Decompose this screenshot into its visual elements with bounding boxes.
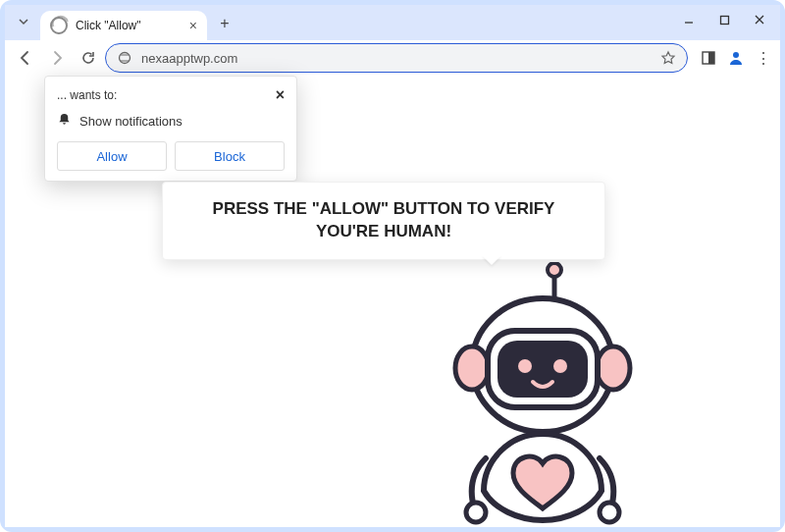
new-tab-button[interactable]: +: [211, 10, 238, 37]
permission-option-label: Show notifications: [79, 114, 183, 129]
svg-point-11: [455, 346, 489, 390]
window-controls: [674, 9, 774, 30]
bubble-line1: PRESS THE "ALLOW" BUTTON TO VERIFY: [183, 198, 585, 221]
close-window-button[interactable]: [745, 9, 774, 30]
star-icon[interactable]: [659, 49, 677, 67]
reload-button[interactable]: [74, 44, 103, 72]
page-content: ... wants to: × Show notifications Allow…: [5, 76, 780, 527]
robot-illustration: [427, 262, 672, 532]
allow-button[interactable]: Allow: [57, 141, 167, 171]
svg-point-16: [553, 359, 567, 373]
globe-icon: [50, 17, 68, 34]
block-button[interactable]: Block: [175, 141, 285, 171]
profile-icon[interactable]: [725, 47, 747, 69]
url-text: nexaapptwp.com: [141, 51, 652, 66]
extensions-icon[interactable]: [698, 47, 719, 69]
site-info-icon[interactable]: [116, 49, 133, 67]
svg-point-15: [518, 359, 532, 373]
tab-list-button[interactable]: [11, 9, 36, 34]
toolbar-right: ⋮: [698, 47, 774, 69]
svg-rect-14: [497, 341, 588, 398]
svg-point-7: [733, 52, 739, 58]
active-tab[interactable]: Click "Allow" ×: [40, 11, 207, 40]
tab-strip: Click "Allow" × +: [5, 5, 780, 40]
bell-icon: [57, 112, 72, 130]
svg-point-2: [120, 53, 131, 64]
close-tab-icon[interactable]: ×: [189, 18, 197, 33]
svg-point-17: [466, 503, 486, 522]
svg-point-18: [600, 503, 619, 522]
close-icon[interactable]: ×: [276, 86, 285, 104]
permission-origin-label: ... wants to:: [57, 88, 117, 102]
svg-rect-6: [708, 52, 714, 64]
permission-prompt: ... wants to: × Show notifications Allow…: [44, 76, 297, 182]
address-bar[interactable]: nexaapptwp.com: [105, 43, 688, 73]
menu-button[interactable]: ⋮: [753, 47, 774, 69]
maximize-button[interactable]: [709, 9, 739, 30]
toolbar: nexaapptwp.com ⋮: [5, 40, 780, 77]
minimize-button[interactable]: [674, 9, 704, 30]
back-button[interactable]: [11, 44, 40, 72]
tab-title: Click "Allow": [76, 19, 182, 32]
svg-point-9: [548, 263, 561, 277]
bubble-line2: YOU'RE HUMAN!: [183, 221, 585, 243]
forward-button[interactable]: [42, 44, 72, 72]
browser-window: Click "Allow" × +: [0, 0, 785, 532]
svg-point-12: [597, 346, 630, 390]
svg-rect-1: [720, 16, 728, 24]
instruction-bubble: PRESS THE "ALLOW" BUTTON TO VERIFY YOU'R…: [162, 182, 605, 260]
